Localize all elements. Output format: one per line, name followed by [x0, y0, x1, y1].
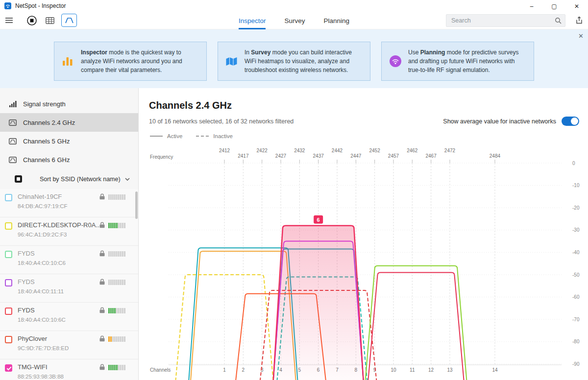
network-ssid: DIRECT-KLDESKTOP-R0A...: [18, 221, 101, 229]
network-checkbox[interactable]: [5, 336, 12, 343]
sort-dropdown[interactable]: Sort by SSID (Network name): [40, 176, 121, 183]
svg-text:-50: -50: [572, 272, 580, 278]
main-panel: Channels 2.4 GHz 10 of 16 networks selec…: [139, 88, 588, 380]
sidebar-item-channels-24[interactable]: Channels 2.4 GHz: [0, 113, 138, 132]
search-box[interactable]: [446, 14, 565, 27]
channels-chart-icon: [9, 119, 17, 126]
svg-text:2467: 2467: [426, 153, 437, 159]
svg-text:2442: 2442: [332, 148, 343, 153]
legend-active: Active: [150, 133, 182, 139]
sidebar-item-label: Channels 5 GHz: [23, 138, 70, 145]
sidebar-scrollbar[interactable]: [135, 189, 138, 380]
network-ssid: FYDS: [18, 307, 35, 314]
network-list-item[interactable]: TMG-WIFI 88:25:93:98:3B:88: [0, 359, 138, 380]
signal-bars: [108, 223, 125, 228]
signal-bars: [108, 336, 125, 342]
channels-chart: 0-10-20-30-40-50-60-70-80-90241212417224…: [139, 147, 588, 380]
svg-text:2472: 2472: [444, 148, 456, 153]
network-mac: 9C:9D:7E:7D:E8:ED: [18, 345, 69, 351]
search-icon: [555, 17, 562, 24]
network-list-item[interactable]: FYDS 18:40:A4:C0:10:6C: [0, 303, 138, 331]
svg-text:2: 2: [242, 367, 245, 373]
sidebar-nav: Signal strength Channels 2.4 GHz Channel…: [0, 88, 138, 169]
channels-chart-icon: [9, 157, 17, 163]
sidebar-item-channels-6[interactable]: Channels 6 GHz: [0, 150, 138, 169]
toggle-knob: [571, 118, 578, 125]
network-checkbox[interactable]: [5, 364, 12, 372]
svg-text:-40: -40: [572, 250, 580, 255]
signal-bars-icon: [9, 100, 17, 107]
search-input[interactable]: [446, 17, 555, 24]
info-card-planning: Use Planning mode for predictive surveys…: [381, 42, 534, 81]
svg-text:-90: -90: [572, 361, 580, 367]
average-toggle-label: Show average value for inactive networks: [443, 118, 556, 125]
network-list: ChinaNet-19CF 84:DB:AC:97:19:CF DIRECT-K…: [0, 189, 138, 380]
svg-text:2437: 2437: [313, 153, 324, 159]
maximize-button[interactable]: ▢: [543, 0, 565, 13]
network-list-item[interactable]: PhyClover 9C:9D:7E:7D:E8:ED: [0, 331, 138, 359]
network-checkbox[interactable]: [5, 308, 12, 315]
svg-text:13: 13: [447, 367, 453, 373]
network-checkbox[interactable]: [5, 222, 12, 230]
network-list-item[interactable]: ChinaNet-19CF 84:DB:AC:97:19:CF: [0, 189, 138, 217]
network-checkbox[interactable]: [5, 251, 12, 258]
map-icon: [226, 57, 238, 66]
network-ssid: FYDS: [18, 250, 35, 257]
info-banner: ✕ Inspector mode is the quickest way to …: [0, 29, 588, 88]
network-checkbox[interactable]: [5, 194, 12, 201]
banner-close-icon[interactable]: ✕: [578, 32, 584, 40]
lock-icon: [99, 250, 105, 257]
signal-bars: [108, 194, 125, 200]
tab-survey[interactable]: Survey: [284, 12, 305, 29]
share-icon[interactable]: [575, 16, 583, 24]
dashed-line-sample: [196, 136, 209, 137]
network-ssid: TMG-WIFI: [18, 363, 48, 371]
info-card-text: In Survey mode you can build interactive…: [245, 48, 362, 74]
sidebar-item-label: Channels 2.4 GHz: [23, 119, 75, 126]
lock-icon: [99, 222, 105, 228]
tab-planning[interactable]: Planning: [324, 12, 350, 29]
svg-text:2427: 2427: [275, 153, 287, 159]
network-list-item[interactable]: DIRECT-KLDESKTOP-R0A... 96:4C:A1:D9:2C:F…: [0, 217, 138, 246]
network-ssid: ChinaNet-19CF: [18, 193, 62, 200]
network-checkbox[interactable]: [5, 279, 12, 286]
svg-text:-60: -60: [572, 294, 580, 300]
network-list-item[interactable]: FYDS 18:40:A4:C0:10:C6: [0, 246, 138, 274]
average-toggle[interactable]: [562, 117, 579, 126]
svg-text:1: 1: [223, 367, 226, 373]
sidebar-item-label: Channels 6 GHz: [23, 156, 70, 164]
bar-chart-icon: [62, 56, 74, 66]
network-list-item[interactable]: FYDS 18:40:A4:C0:11:11: [0, 274, 138, 303]
info-card-survey: In Survey mode you can build interactive…: [218, 42, 370, 81]
signal-bars: [108, 365, 125, 370]
svg-text:2462: 2462: [407, 148, 418, 153]
window-title: NetSpot - Inspector: [15, 2, 66, 9]
svg-text:2484: 2484: [490, 153, 501, 159]
signal-bars: [108, 280, 125, 285]
svg-text:Frequency: Frequency: [150, 154, 173, 160]
close-button[interactable]: ✕: [565, 0, 588, 13]
svg-text:11: 11: [410, 367, 415, 373]
select-all-checkbox[interactable]: [15, 175, 22, 183]
chevron-down-icon[interactable]: [125, 178, 130, 181]
toolbar: Inspector Survey Planning: [0, 12, 588, 29]
svg-text:-10: -10: [572, 183, 580, 188]
svg-text:10: 10: [391, 367, 396, 373]
network-ssid: PhyClover: [18, 335, 47, 342]
sidebar-item-signal-strength[interactable]: Signal strength: [0, 95, 138, 113]
tab-inspector[interactable]: Inspector: [239, 12, 266, 29]
sort-row: Sort by SSID (Network name): [0, 169, 138, 189]
app-logo-icon: [4, 2, 11, 9]
sidebar-item-channels-5[interactable]: Channels 5 GHz: [0, 132, 138, 150]
scrollbar-thumb[interactable]: [135, 191, 138, 219]
svg-text:-30: -30: [572, 227, 580, 233]
average-toggle-row: Show average value for inactive networks: [443, 117, 579, 126]
page-title: Channels 2.4 GHz: [149, 100, 232, 111]
lock-icon: [99, 279, 105, 285]
lock-icon: [99, 193, 105, 200]
network-mac: 18:40:A4:C0:11:11: [18, 288, 64, 294]
lock-icon: [99, 307, 105, 313]
minimize-button[interactable]: –: [520, 0, 543, 13]
solid-line-sample: [150, 136, 163, 137]
network-mac: 18:40:A4:C0:10:6C: [18, 317, 66, 323]
